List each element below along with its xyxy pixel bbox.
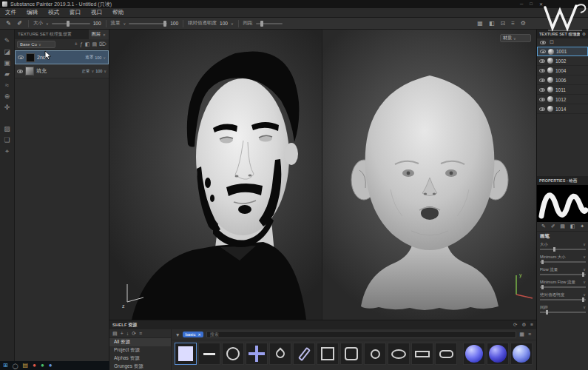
search-circle-icon[interactable]: ◯ [13, 363, 18, 369]
filter-tag[interactable]: basic ✕ [183, 332, 203, 337]
clone-tool-icon[interactable]: ⊕ [4, 92, 10, 100]
alpha-dash-thumbnail[interactable] [198, 343, 220, 365]
grid-view-icon[interactable]: ▦ [519, 332, 524, 337]
menu-item-help[interactable]: 帮助 [107, 9, 129, 16]
settings-gear-icon[interactable]: ⚙ [582, 32, 586, 36]
menu-item-window[interactable]: 窗口 [64, 9, 86, 16]
refresh-shelf-icon[interactable]: ⟳ [132, 331, 136, 337]
shelf-folder-alphas[interactable]: Alphas 资源 [109, 354, 171, 363]
viewport-3d-painted[interactable]: z [109, 30, 322, 320]
settings-gear-icon[interactable]: ⚙ [521, 322, 526, 328]
brush-stroke-preview[interactable] [537, 185, 588, 222]
list-view-icon[interactable]: ≡ [528, 332, 531, 337]
minimize-button[interactable]: ─ [520, 1, 523, 7]
refresh-icon[interactable]: ⟳ [513, 322, 517, 328]
layer-opacity-value[interactable]: 100 [95, 69, 102, 73]
texture-set-row[interactable]: 1014 [537, 104, 588, 114]
alpha-rounded-rect-thumbnail[interactable] [435, 343, 457, 365]
texture-set-row[interactable]: 1004 [537, 66, 588, 75]
flow-slider[interactable] [129, 23, 167, 24]
layer-visibility-eye-icon[interactable] [18, 56, 24, 59]
property-slider-min-flow[interactable]: Minimum Flow 流量∨ [537, 278, 588, 291]
menu-item-viewport[interactable]: 视口 [86, 9, 107, 16]
close-button[interactable]: ✕ [539, 1, 543, 7]
alpha-square-filled-thumbnail[interactable] [175, 343, 197, 365]
layer-thumbnail[interactable] [26, 53, 35, 62]
shelf-search-input[interactable] [206, 331, 517, 338]
visibility-eye-icon[interactable] [539, 59, 545, 63]
layer-row-fill[interactable]: 填充 正常 ∨ 100 ∨ [15, 64, 109, 78]
symmetry-icon[interactable]: ▦ [477, 20, 483, 27]
quick-mask-tool-icon[interactable]: ▨ [4, 125, 10, 132]
visibility-eye-icon[interactable] [539, 78, 545, 82]
brush-size-slider[interactable] [52, 23, 90, 24]
shelf-folder-grunges[interactable]: Grunges 资源 [109, 363, 171, 370]
layer-row-2nd[interactable]: 2nd 遮罩 100 ∨ [15, 50, 109, 64]
slider-track[interactable] [540, 274, 586, 275]
alpha-plus-thumbnail[interactable] [246, 343, 268, 365]
stroke-tab-icon[interactable]: ✦ [580, 223, 584, 229]
shelf-folder-all[interactable]: All 资源 [109, 338, 171, 346]
alpha-ellipse-thumbnail[interactable] [388, 343, 410, 365]
channel-selector-dropdown[interactable]: Base Co ∨ [17, 41, 55, 48]
paint-tool-icon[interactable]: ✎ [4, 37, 10, 44]
property-slider-opacity[interactable]: 绝对值透明度∨ [537, 291, 588, 303]
filter-funnel-icon[interactable]: ▼ [175, 332, 180, 337]
layer-opacity-value[interactable]: 100 [95, 56, 101, 60]
filter-box-icon[interactable]: ⊡ [550, 39, 554, 45]
spacing-slider[interactable] [256, 23, 283, 24]
visibility-eye-icon[interactable] [539, 69, 545, 73]
property-slider-size[interactable]: 大小∨ [537, 240, 588, 253]
alpha-small-circle-thumbnail[interactable] [364, 343, 386, 365]
alpha-tab-icon[interactable]: ✐ [551, 223, 555, 229]
media-app-icon[interactable]: ● [41, 363, 44, 369]
slider-track[interactable] [540, 249, 586, 250]
material-sphere-thumbnail[interactable] [510, 343, 533, 365]
folder-menu-icon[interactable]: ≡ [139, 331, 142, 336]
stencil-tool-icon[interactable]: ❏ [4, 136, 10, 144]
remove-tag-icon[interactable]: ✕ [197, 332, 200, 337]
visibility-eye-icon[interactable] [539, 88, 545, 92]
slider-track[interactable] [540, 312, 586, 313]
slider-track[interactable] [540, 261, 586, 263]
texture-set-row[interactable]: 1011 [537, 85, 588, 95]
menu-item-edit[interactable]: 编辑 [21, 9, 43, 16]
tab-layers[interactable]: 图层 ✕ [89, 30, 109, 39]
texture-set-row[interactable]: 1006 [537, 75, 588, 85]
alpha-square-outline-thumbnail[interactable] [317, 343, 339, 365]
windows-start-icon[interactable]: ⊞ [3, 363, 8, 369]
alignment-icon[interactable]: ⊡ [500, 20, 505, 27]
tab-texture-set-settings[interactable]: TEXTURE SET 纹理集设置 [15, 30, 89, 39]
visibility-eye-icon[interactable] [539, 98, 545, 101]
browser-app-icon[interactable]: ● [33, 363, 36, 369]
add-layer-icon[interactable]: + [75, 41, 78, 47]
delete-layer-icon[interactable]: ⌦ [99, 41, 107, 47]
fill-layer-thumbnail[interactable] [25, 67, 34, 75]
texture-set-row[interactable]: 1012 [537, 95, 588, 104]
alpha-rounded-square-thumbnail[interactable] [340, 343, 362, 365]
editor-app-icon[interactable]: ● [49, 363, 53, 369]
visibility-eye-icon[interactable] [540, 41, 546, 44]
texture-set-row[interactable]: 1002 [537, 56, 588, 66]
material-tab-icon[interactable]: ◧ [570, 223, 575, 229]
viewport-3d-sculpt[interactable]: y [322, 30, 536, 320]
brush-tab-icon[interactable]: ✎ [541, 223, 546, 229]
maximize-button[interactable]: □ [530, 1, 533, 7]
folder-list-icon[interactable]: ▤ [112, 331, 118, 337]
projection-tool-icon[interactable]: ▣ [4, 59, 10, 67]
alpha-circle-thumbnail[interactable] [222, 343, 244, 365]
import-resource-icon[interactable]: ↓ [126, 331, 129, 336]
alpha-rectangle-thumbnail[interactable] [411, 343, 433, 365]
tangent-wrap-icon[interactable]: ◧ [489, 20, 495, 27]
menu-item-mode[interactable]: 模式 [43, 9, 64, 16]
stencil-tab-icon[interactable]: ▤ [560, 223, 565, 229]
menu-lines-icon[interactable]: ≡ [530, 322, 533, 328]
texture-set-row[interactable]: 1001 [537, 47, 588, 56]
list-view-icon[interactable]: ≡ [511, 20, 515, 27]
add-mask-icon[interactable]: ◧ [85, 41, 90, 47]
slider-track[interactable] [540, 299, 586, 300]
property-slider-flow[interactable]: Flow 流量∨ [537, 266, 588, 278]
eraser-tool-icon[interactable]: ◪ [4, 48, 10, 56]
alpha-crayon-thumbnail[interactable] [293, 343, 315, 365]
brush-preset-icon[interactable]: ✎ [4, 20, 13, 27]
